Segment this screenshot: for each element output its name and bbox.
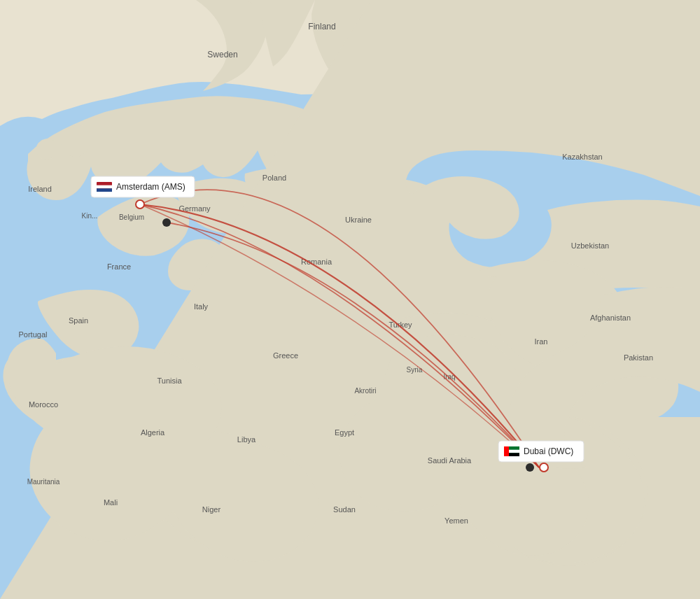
svg-text:France: France [107,262,131,271]
svg-text:Kin...: Kin... [82,212,98,220]
svg-text:Belgium: Belgium [119,213,144,221]
svg-text:Uzbekistan: Uzbekistan [571,241,609,250]
svg-rect-42 [97,188,112,192]
svg-text:Ireland: Ireland [28,185,52,193]
svg-text:Syria: Syria [407,366,423,374]
svg-rect-49 [504,446,509,456]
svg-text:Algeria: Algeria [141,428,165,437]
svg-text:Pakistan: Pakistan [624,353,653,362]
svg-text:Finland: Finland [308,22,335,31]
svg-text:Dubai (DWC): Dubai (DWC) [524,446,573,456]
svg-text:Sweden: Sweden [207,50,237,59]
svg-text:Iran: Iran [535,337,548,346]
svg-text:Mali: Mali [104,498,118,507]
svg-text:Poland: Poland [262,174,286,182]
svg-text:Ukraine: Ukraine [345,216,372,224]
svg-text:Tunisia: Tunisia [157,376,182,385]
svg-text:Spain: Spain [69,316,88,325]
svg-text:Libya: Libya [237,435,256,444]
svg-text:Romania: Romania [301,258,332,266]
svg-text:Amsterdam (AMS): Amsterdam (AMS) [116,182,186,192]
svg-point-36 [162,218,171,227]
svg-rect-41 [97,185,112,189]
svg-text:Kazakhstan: Kazakhstan [562,153,602,161]
svg-text:Afghanistan: Afghanistan [590,313,631,322]
svg-text:Saudi Arabia: Saudi Arabia [428,456,472,465]
svg-text:Yemen: Yemen [444,516,468,525]
svg-text:Morocco: Morocco [29,400,58,409]
svg-text:Italy: Italy [194,302,209,311]
svg-point-37 [526,463,534,472]
svg-text:Akrotiri: Akrotiri [354,387,376,395]
map-container: Finland Sweden Ireland Kin... Poland Ukr… [0,0,700,599]
svg-point-35 [136,200,144,209]
svg-text:Mauritania: Mauritania [27,478,60,486]
svg-text:Niger: Niger [202,505,221,514]
svg-point-38 [540,463,548,472]
svg-text:Egypt: Egypt [335,428,354,437]
svg-text:Greece: Greece [273,351,298,360]
svg-text:Sudan: Sudan [333,505,356,514]
map-svg: Finland Sweden Ireland Kin... Poland Ukr… [0,0,700,599]
svg-text:Portugal: Portugal [19,330,48,339]
